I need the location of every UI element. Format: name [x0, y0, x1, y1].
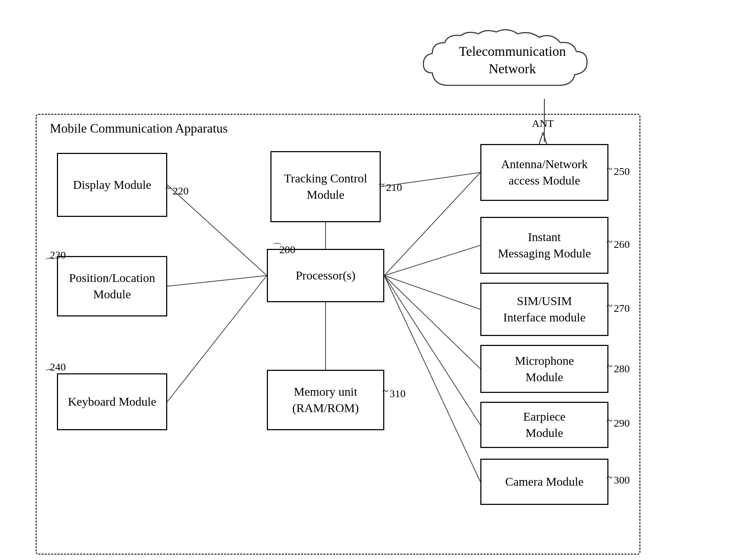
earpiece-module-box: EarpieceModule: [480, 402, 608, 448]
keyboard-tilde: ⌒: [44, 367, 54, 381]
cloud-shape: [413, 25, 612, 103]
tracking-tilde: ~: [379, 178, 385, 191]
microphone-label: MicrophoneModule: [515, 353, 574, 385]
position-location-box: Position/LocationModule: [57, 256, 167, 316]
microphone-tilde: ~: [607, 360, 612, 372]
display-module-box: Display Module: [57, 153, 167, 217]
apparatus-label: Mobile Communication Apparatus: [50, 121, 228, 136]
display-ref-tilde: ~: [165, 182, 171, 194]
processor-box: Processor(s): [267, 249, 384, 302]
keyboard-module-box: Keyboard Module: [57, 373, 167, 430]
instant-ref: 260: [614, 238, 630, 250]
display-module-ref: 220: [173, 185, 189, 197]
processor-tilde: ⌒: [272, 241, 282, 255]
antenna-ref: 250: [614, 165, 630, 177]
antenna-module-box: Antenna/Networkaccess Module: [480, 144, 608, 201]
earpiece-ref: 290: [614, 417, 630, 429]
antenna-tilde: ~: [607, 163, 612, 175]
camera-ref: 300: [614, 474, 630, 486]
camera-module-box: Camera Module: [480, 459, 608, 505]
position-tilde: ⌒: [44, 256, 54, 270]
instant-tilde: ~: [607, 236, 612, 248]
display-module-label: Display Module: [73, 177, 151, 193]
instant-messaging-box: InstantMessaging Module: [480, 217, 608, 274]
memory-unit-box: Memory unit(RAM/ROM): [267, 370, 384, 430]
sim-usim-box: SIM/USIMInterface module: [480, 283, 608, 336]
memory-ref: 310: [390, 388, 406, 400]
camera-tilde: ~: [607, 471, 612, 484]
microphone-ref: 280: [614, 363, 630, 375]
memory-tilde: ~: [382, 385, 388, 397]
tracking-ref: 210: [386, 181, 402, 193]
sim-tilde: ~: [607, 300, 612, 312]
keyboard-label: Keyboard Module: [68, 394, 156, 410]
tracking-control-box: Tracking ControlModule: [270, 151, 381, 222]
earpiece-tilde: ~: [607, 415, 612, 427]
tracking-label: Tracking ControlModule: [284, 170, 367, 203]
position-label: Position/LocationModule: [69, 270, 155, 303]
memory-label: Memory unit(RAM/ROM): [292, 384, 359, 416]
microphone-module-box: MicrophoneModule: [480, 345, 608, 393]
antenna-label: Antenna/Networkaccess Module: [501, 156, 588, 189]
telecom-network-area: Telecommunication Network: [388, 25, 637, 105]
earpiece-label: EarpieceModule: [523, 409, 566, 441]
instant-msg-label: InstantMessaging Module: [498, 229, 591, 262]
sim-label: SIM/USIMInterface module: [503, 293, 585, 326]
processor-label: Processor(s): [296, 267, 355, 284]
camera-label: Camera Module: [505, 474, 584, 490]
sim-ref: 270: [614, 302, 630, 314]
